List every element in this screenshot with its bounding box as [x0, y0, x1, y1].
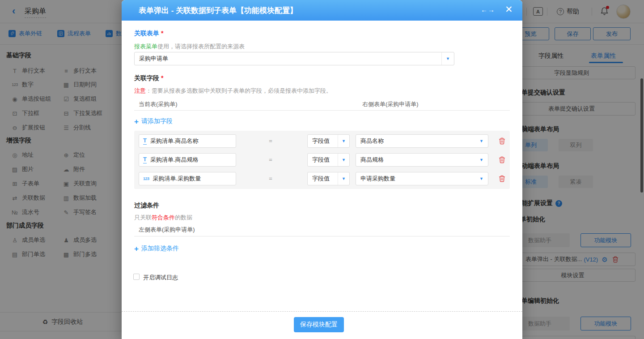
required-asterisk: * [161, 74, 163, 82]
mapping-source-field[interactable]: 123采购清单.采购数量 [139, 172, 236, 185]
modal-header: 表单弹出 - 关联数据到子表单【功能模块配置】 ←→ ✕ [122, 0, 522, 21]
hint-rest: 使用，请选择报表所配置的来源表 [157, 43, 245, 50]
column-header-right: 右侧表单(采购申请单) [362, 100, 419, 108]
column-header-left: 当前表(采购单) [139, 100, 178, 108]
debug-log-checkbox[interactable] [133, 274, 140, 280]
field-mapping-panel: T采购清单.商品名称 = 字段值▼ 商品名称▼ T采购清单.商品规格 = 字段值… [134, 131, 510, 189]
filter-hint: 只关联符合条件的数据 [134, 214, 192, 222]
value-type-select[interactable]: 字段值▼ [307, 153, 350, 167]
notice-rest: ：需要从报表多选数据中关联到子表单的字段，必须是报表中添加字段。 [146, 87, 332, 94]
equals-operator: = [264, 137, 277, 144]
delete-row-trash-icon[interactable] [499, 175, 506, 183]
chevron-down-icon: ▼ [479, 176, 483, 181]
source-field-value: 采购清单.采购数量 [153, 175, 201, 183]
modal-title: 表单弹出 - 关联数据到子表单【功能模块配置】 [139, 5, 297, 16]
caret-glyph: ▼ [342, 158, 346, 162]
equals-operator: = [264, 156, 277, 163]
filter-hint-prefix: 只关联 [134, 214, 152, 221]
filter-hint-suffix: 的数据 [175, 214, 192, 221]
add-field-link[interactable]: + 请添加字段 [134, 117, 173, 125]
save-module-config-button[interactable]: 保存模块配置 [294, 317, 344, 332]
value-type-text: 字段值 [308, 156, 338, 164]
add-field-label: 请添加字段 [141, 117, 173, 125]
related-fields-label: 关联字段 * [134, 74, 163, 82]
source-field-value: 采购清单.商品名称 [150, 137, 199, 145]
related-fields-label-text: 关联字段 [134, 74, 159, 82]
debug-log-label: 开启调试日志 [143, 274, 178, 282]
chevron-down-icon: ▼ [441, 52, 454, 65]
value-type-select[interactable]: 字段值▼ [307, 134, 350, 148]
resize-arrows-icon[interactable]: ←→ [481, 6, 495, 13]
equals-operator: = [264, 175, 277, 182]
filter-hint-highlight: 符合条件 [152, 214, 175, 221]
arrow-right-icon: → [488, 6, 495, 13]
number-field-icon: 123 [143, 176, 149, 181]
divider [134, 110, 510, 111]
close-icon[interactable]: ✕ [505, 4, 513, 15]
chevron-down-icon: ▼ [338, 154, 349, 166]
target-field-select[interactable]: 商品规格▼ [356, 153, 488, 167]
target-field-value: 申请采购数量 [356, 175, 479, 183]
add-filter-link[interactable]: + 添加筛选条件 [134, 245, 179, 253]
value-type-text: 字段值 [308, 137, 338, 145]
arrow-left-icon: ← [481, 6, 488, 13]
related-form-label-text: 关联表单 [134, 30, 159, 37]
delete-row-trash-icon[interactable] [499, 137, 506, 145]
related-form-select[interactable]: 采购申请单 ▼ [134, 52, 454, 65]
related-form-label: 关联表单 * [134, 30, 163, 38]
chevron-down-icon: ▼ [338, 172, 349, 185]
mapping-row: T采购清单.商品名称 = 字段值▼ 商品名称▼ [134, 134, 510, 148]
add-filter-label: 添加筛选条件 [141, 245, 179, 253]
value-type-select[interactable]: 字段值▼ [307, 172, 350, 185]
required-asterisk: * [161, 30, 163, 37]
caret-glyph: ▼ [342, 139, 346, 143]
chevron-down-icon: ▼ [479, 139, 483, 143]
delete-row-trash-icon[interactable] [499, 156, 506, 164]
plus-icon: + [134, 245, 139, 253]
caret-glyph: ▼ [446, 56, 450, 61]
related-form-hint: 报表菜单使用，请选择报表所配置的来源表 [134, 43, 245, 51]
module-config-modal: 表单弹出 - 关联数据到子表单【功能模块配置】 ←→ ✕ 关联表单 * 报表菜单… [122, 0, 522, 339]
mapping-source-field[interactable]: T采购清单.商品规格 [139, 153, 236, 167]
source-field-value: 采购清单.商品规格 [150, 156, 199, 164]
value-type-text: 字段值 [308, 175, 338, 183]
divider [134, 236, 510, 236]
mapping-source-field[interactable]: T采购清单.商品名称 [139, 134, 236, 148]
chevron-down-icon: ▼ [479, 158, 483, 162]
chevron-down-icon: ▼ [338, 135, 349, 147]
app-screen: ‹ 采购单 A ? 帮助 表单外链 流程表单 数据 预览 保存 发布 [0, 0, 644, 339]
caret-glyph: ▼ [342, 176, 346, 181]
mapping-row: T采购清单.商品规格 = 字段值▼ 商品规格▼ [134, 153, 510, 167]
target-field-select[interactable]: 商品名称▼ [356, 134, 488, 148]
target-field-select[interactable]: 申请采购数量▼ [356, 172, 488, 185]
notice-prefix: 注意 [134, 87, 146, 94]
hint-highlight: 报表菜单 [134, 43, 157, 50]
mapping-row: 123采购清单.采购数量 = 字段值▼ 申请采购数量▼ [134, 172, 510, 185]
text-field-icon: T [143, 156, 147, 163]
target-field-value: 商品名称 [356, 137, 479, 145]
plus-icon: + [134, 118, 139, 125]
footer-divider [122, 311, 522, 312]
filter-label: 过滤条件 [134, 202, 159, 210]
filter-table-header: 左侧表单(采购申请单) [139, 226, 195, 234]
target-field-value: 商品规格 [356, 156, 479, 164]
related-fields-notice: 注意：需要从报表多选数据中关联到子表单的字段，必须是报表中添加字段。 [134, 87, 332, 95]
text-field-icon: T [143, 137, 147, 144]
related-form-select-value: 采购申请单 [135, 55, 441, 63]
